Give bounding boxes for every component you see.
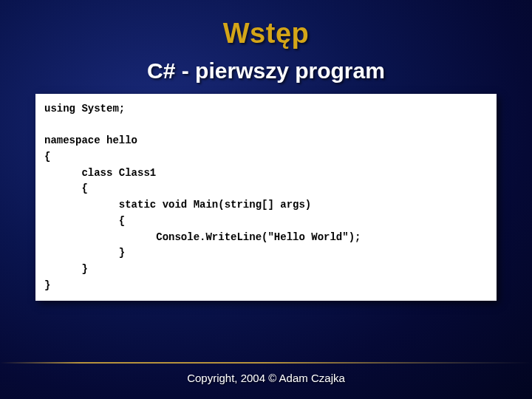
slide: Wstęp C# - pierwszy program using System… <box>0 0 532 399</box>
slide-title: Wstęp <box>0 0 532 50</box>
slide-subtitle: C# - pierwszy program <box>0 58 532 83</box>
copyright-footer: Copyright, 2004 © Adam Czajka <box>0 372 532 384</box>
code-box: using System; namespace hello { class Cl… <box>35 94 497 301</box>
divider-line <box>0 362 532 364</box>
code-listing: using System; namespace hello { class Cl… <box>44 101 488 293</box>
